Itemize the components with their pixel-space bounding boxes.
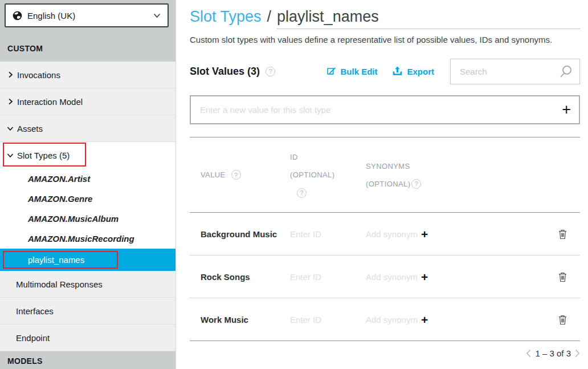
sidebar-item-amazon-musicalbum[interactable]: AMAZON.MusicAlbum (0, 209, 175, 229)
add-synonym-button[interactable]: + (421, 228, 428, 240)
sidebar-item-label: Interfaces (16, 306, 54, 316)
export-label: Export (407, 67, 434, 76)
add-synonym-button[interactable]: + (421, 271, 428, 283)
bulk-edit-button[interactable]: Bulk Edit (326, 67, 377, 76)
new-slot-value-bar: + (190, 95, 580, 124)
chevron-right-icon (7, 98, 14, 105)
pagination-next-button[interactable] (575, 349, 580, 358)
sidebar-item-label: Assets (17, 124, 43, 133)
trash-icon (558, 314, 567, 325)
add-value-button[interactable]: + (562, 102, 571, 117)
toolbar-actions: Bulk Edit Export (326, 66, 434, 76)
page-title[interactable]: playlist_names (277, 8, 580, 29)
delete-row-button[interactable] (557, 228, 568, 241)
trash-icon (558, 229, 567, 240)
new-slot-value-input[interactable] (200, 105, 562, 115)
sidebar-item-invocations[interactable]: Invocations (0, 62, 175, 88)
bulk-edit-icon (326, 67, 336, 76)
breadcrumb-separator: / (267, 8, 272, 26)
trash-icon (558, 271, 567, 282)
sidebar-footer: MODELS (0, 351, 175, 369)
bulk-edit-label: Bulk Edit (340, 67, 377, 76)
sidebar-item-slot-types[interactable]: Slot Types (5) (0, 142, 175, 169)
breadcrumb: Slot Types / playlist_names (190, 8, 580, 29)
sidebar-item-amazon-artist[interactable]: AMAZON.Artist (0, 169, 175, 189)
enter-id-input[interactable] (290, 229, 353, 239)
skill-builder-app: English (UK) CUSTOM Invocations Interact… (0, 0, 588, 369)
column-header-value-label: VALUE (201, 171, 226, 179)
chevron-down-icon (7, 153, 14, 158)
add-synonym-input[interactable] (366, 315, 421, 325)
column-header-id-line1: ID (290, 148, 366, 166)
table-header: VALUE ? ID (OPTIONAL) ? SYNONYMS (OPTION… (190, 137, 580, 213)
help-icon[interactable]: ? (231, 170, 241, 180)
add-synonym-button[interactable]: + (421, 314, 428, 326)
page-description: Custom slot types with values define a r… (190, 35, 580, 44)
sidebar-item-label: Interaction Model (17, 97, 83, 107)
delete-row-button[interactable] (557, 270, 568, 283)
delete-row-button[interactable] (557, 313, 568, 326)
chevron-right-icon (7, 71, 14, 78)
locale-selector[interactable]: English (UK) (5, 3, 169, 27)
sidebar-item-amazon-musicrecording[interactable]: AMAZON.MusicRecording (0, 229, 175, 249)
sidebar-item-label: AMAZON.MusicAlbum (28, 214, 119, 224)
pagination-prev-button[interactable] (526, 349, 531, 358)
sidebar: English (UK) CUSTOM Invocations Interact… (0, 0, 176, 369)
column-header-id: ID (OPTIONAL) ? (290, 148, 366, 201)
search-box[interactable] (450, 59, 580, 84)
main-content: Slot Types / playlist_names Custom slot … (176, 0, 588, 369)
column-header-synonyms-line2: (OPTIONAL) (366, 175, 410, 193)
pagination: 1 – 3 of 3 (190, 348, 580, 358)
enter-id-input[interactable] (290, 272, 353, 282)
section-header-models: MODELS (0, 356, 175, 366)
sidebar-nav: Invocations Interaction Model Assets Slo… (0, 62, 175, 351)
slot-values-title: Slot Values (3) (190, 66, 260, 78)
sidebar-item-label: playlist_names (28, 255, 84, 265)
globe-icon (13, 11, 22, 21)
column-header-id-line2: (OPTIONAL) (290, 166, 366, 184)
column-header-value: VALUE ? (201, 170, 290, 180)
slot-value-text[interactable]: Rock Songs (201, 272, 290, 282)
sidebar-item-label: AMAZON.Genre (28, 194, 92, 204)
sidebar-item-interfaces[interactable]: Interfaces (0, 298, 175, 325)
sidebar-item-label: AMAZON.Artist (28, 174, 90, 184)
table-row: Rock Songs + (190, 256, 580, 298)
column-header-synonyms: SYNONYMS (OPTIONAL) ? (366, 157, 557, 193)
sidebar-item-label: Slot Types (5) (17, 151, 70, 160)
table-row: Work Music + (190, 298, 580, 341)
add-synonym-input[interactable] (366, 229, 421, 239)
sidebar-item-label: Multimodal Responses (16, 279, 103, 289)
export-icon (392, 66, 403, 76)
help-icon[interactable]: ? (266, 67, 275, 76)
sidebar-item-assets[interactable]: Assets (0, 115, 175, 142)
chevron-down-icon (7, 126, 14, 131)
sidebar-item-interaction-model[interactable]: Interaction Model (0, 88, 175, 115)
search-icon (560, 65, 573, 78)
sidebar-item-label: Endpoint (16, 333, 50, 343)
locale-label: English (UK) (27, 11, 75, 21)
slot-value-text[interactable]: Work Music (201, 315, 290, 325)
section-header-custom: CUSTOM (0, 27, 175, 53)
sidebar-header: English (UK) CUSTOM (0, 0, 175, 62)
slot-values-toolbar: Slot Values (3) ? Bulk Edit Export (190, 58, 580, 84)
column-header-synonyms-line1: SYNONYMS (366, 157, 557, 175)
help-icon[interactable]: ? (297, 188, 307, 198)
sidebar-item-label: AMAZON.MusicRecording (28, 234, 134, 244)
sidebar-item-label: Invocations (17, 70, 60, 80)
sidebar-item-endpoint[interactable]: Endpoint (0, 325, 175, 351)
table-row: Background Music + (190, 213, 580, 256)
sidebar-item-amazon-genre[interactable]: AMAZON.Genre (0, 189, 175, 209)
slot-types-link[interactable]: Slot Types (190, 8, 262, 26)
slot-value-text[interactable]: Background Music (201, 229, 290, 239)
sidebar-item-multimodal-responses[interactable]: Multimodal Responses (0, 271, 175, 298)
add-synonym-input[interactable] (366, 272, 421, 282)
enter-id-input[interactable] (290, 315, 353, 325)
pagination-label: 1 – 3 of 3 (535, 348, 571, 358)
search-input[interactable] (460, 67, 560, 76)
sidebar-item-playlist-names[interactable]: playlist_names (0, 249, 175, 271)
help-icon[interactable]: ? (411, 179, 421, 189)
chevron-down-icon (153, 13, 161, 18)
export-button[interactable]: Export (392, 66, 434, 76)
